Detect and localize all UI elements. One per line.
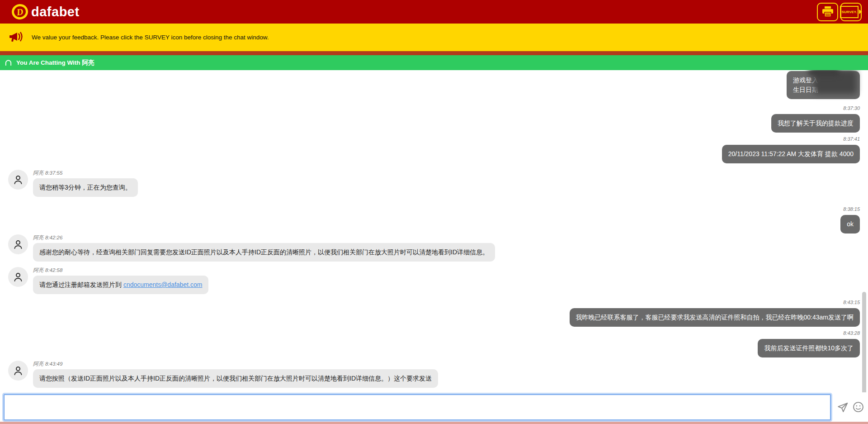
person-icon	[12, 238, 24, 250]
agent-message-content: 阿亮8:37:55 请您稍等3分钟，正在为您查询。	[33, 170, 138, 197]
send-button[interactable]	[837, 401, 849, 413]
megaphone-icon	[9, 31, 24, 44]
dafabet-logo-icon: D	[11, 3, 29, 21]
logo-d-glyph: D	[16, 6, 24, 18]
message-timestamp: 8:43:28	[843, 330, 860, 336]
agent-message: 阿亮8:42:58 请您通过注册邮箱发送照片到 cndocuments@dafa…	[8, 267, 860, 294]
message-timestamp: 8:37:55	[45, 170, 62, 176]
bottom-strip	[0, 422, 868, 424]
user-message-bubble: ok	[840, 215, 860, 233]
documents-email-link[interactable]: cndocuments@dafabet.com	[123, 281, 203, 288]
message-timestamp: 8:42:58	[45, 267, 62, 273]
agent-name: 阿亮	[33, 267, 43, 273]
agent-avatar	[8, 170, 28, 190]
header-buttons: SURVEY.	[817, 3, 862, 21]
user-message-bubble: 20/11/2023 11:57:22 AM 大发体育 提款 4000	[722, 145, 860, 163]
agent-label: 阿亮8:42:26	[33, 234, 495, 241]
agent-message-content: 阿亮8:42:26 感谢您的耐心等待，经查询相关部门回复需要您发送ID正面照片以…	[33, 234, 495, 262]
user-message: 8:43:15 我昨晚已经联系客服了，客服已经要求我发送高清的证件照和自拍，我已…	[8, 299, 860, 327]
user-message: 8:43:28 我前后发送证件照都快10多次了	[8, 330, 860, 357]
agent-message: 阿亮8:42:26 感谢您的耐心等待，经查询相关部门回复需要您发送ID正面照片以…	[8, 234, 860, 262]
agent-message-bubble: 感谢您的耐心等待，经查询相关部门回复需要您发送ID正面照片以及本人手持ID正反面…	[33, 243, 495, 262]
person-icon	[12, 271, 24, 283]
agent-message: 阿亮8:43:49 请您按照（发送ID正面照片以及本人手持ID正反面的清晰照片，…	[8, 361, 860, 388]
agent-label: 阿亮8:42:58	[33, 267, 208, 273]
user-message: 8:38:15 ok	[8, 206, 860, 233]
user-message-bubble: 我前后发送证件照都快10多次了	[758, 339, 860, 357]
chat-title-bar: You Are Chatting With 阿亮	[0, 55, 868, 70]
agent-avatar	[8, 234, 28, 254]
message-input[interactable]	[4, 394, 831, 420]
agent-avatar	[8, 267, 28, 287]
message-timestamp: 8:43:15	[843, 299, 860, 305]
agent-message-content: 阿亮8:43:49 请您按照（发送ID正面照片以及本人手持ID正反面的清晰照片，…	[33, 361, 438, 388]
printer-icon	[821, 6, 834, 18]
agent-message-bubble: 请您稍等3分钟，正在为您查询。	[33, 178, 138, 197]
headset-icon	[5, 59, 12, 67]
agent-message-bubble: 请您按照（发送ID正面照片以及本人手持ID正反面的清晰照片，以便我们相关部门在放…	[33, 369, 438, 388]
message-timestamp: 8:42:26	[45, 235, 62, 240]
composer-icons	[837, 401, 864, 413]
emoji-button[interactable]	[853, 401, 864, 413]
agent-label: 阿亮8:43:49	[33, 361, 438, 367]
agent-name: 阿亮	[33, 170, 43, 176]
message-composer	[0, 392, 868, 422]
survey-label: SURVEY.	[840, 6, 858, 18]
agent-message: 阿亮8:37:55 请您稍等3分钟，正在为您查询。	[8, 170, 860, 197]
message-timestamp: 8:43:49	[45, 361, 62, 367]
user-message-bubble: 我想了解关于我的提款进度	[771, 114, 860, 133]
message-timestamp: 8:37:41	[843, 136, 860, 142]
person-icon	[12, 365, 24, 376]
agent-message-bubble: 请您通过注册邮箱发送照片到 cndocuments@dafabet.com	[33, 276, 208, 294]
user-message: 8:37:30 我想了解关于我的提款进度	[8, 105, 860, 133]
message-timestamp: 8:38:15	[843, 206, 860, 212]
feedback-banner-text: We value your feedback. Please click the…	[32, 34, 269, 41]
chat-title: You Are Chatting With 阿亮	[16, 59, 94, 67]
user-message-bubble: 我昨晚已经联系客服了，客服已经要求我发送高清的证件照和自拍，我已经在昨晚00:4…	[570, 308, 860, 327]
survey-button[interactable]: SURVEY.	[840, 3, 862, 21]
survey-icon: SURVEY.	[840, 6, 862, 18]
chat-message-list: 游戏登入ID 生日日期 8:37:30 我想了解关于我的提款进度 8:37:41…	[0, 70, 868, 392]
app-header: D dafabet SURVEY.	[0, 0, 868, 24]
user-message: 游戏登入ID 生日日期	[8, 71, 860, 99]
agent-label: 阿亮8:37:55	[33, 170, 138, 176]
person-icon	[12, 174, 24, 186]
redaction-blur	[808, 70, 840, 76]
agent-name: 阿亮	[33, 235, 43, 240]
divider-strip	[0, 51, 868, 55]
chat-scrollbar-thumb[interactable]	[862, 292, 866, 392]
agent-avatar	[8, 361, 28, 381]
brand-name: dafabet	[31, 5, 80, 19]
user-message: 8:37:41 20/11/2023 11:57:22 AM 大发体育 提款 4…	[8, 136, 860, 163]
agent-message-content: 阿亮8:42:58 请您通过注册邮箱发送照片到 cndocuments@dafa…	[33, 267, 208, 294]
survey-arrow-icon	[859, 10, 862, 14]
message-timestamp: 8:37:30	[843, 105, 860, 111]
send-icon	[837, 401, 849, 413]
user-message-bubble: 游戏登入ID 生日日期	[787, 71, 860, 99]
smiley-icon	[853, 401, 864, 413]
dafabet-logo: D dafabet	[12, 4, 80, 19]
agent-name: 阿亮	[33, 361, 43, 367]
print-button[interactable]	[817, 3, 838, 21]
message-text: 请您通过注册邮箱发送照片到	[39, 281, 123, 288]
feedback-banner: We value your feedback. Please click the…	[0, 24, 868, 51]
